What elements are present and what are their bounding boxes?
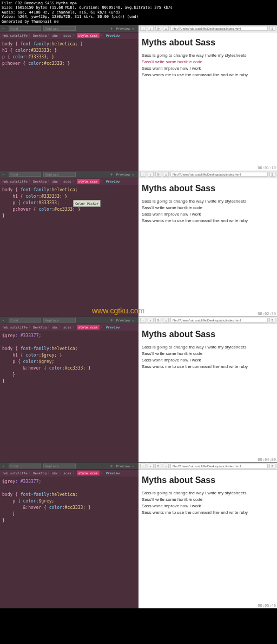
menu-button[interactable]: ≡ <box>269 172 275 177</box>
eye-icon[interactable]: 👁 <box>110 172 114 177</box>
back-button[interactable]: ‹ <box>140 26 146 31</box>
breadcrumb: rob.sutcliffe 〉 Desktop 〉 abc 〉 scss 〉 s… <box>0 32 138 39</box>
replace-input[interactable]: Replace <box>43 26 76 31</box>
thumbnail-4: ⌕ Find Replace 👁 Preview ✕ rob.sutcliffe… <box>0 462 277 608</box>
bc-file[interactable]: style.scss <box>77 33 100 38</box>
preview-label[interactable]: Preview <box>116 26 130 30</box>
close-icon[interactable]: ✕ <box>132 464 136 468</box>
myth-4[interactable]: Sass wants me to use the command line an… <box>142 72 274 77</box>
url-bar[interactable]: file:///Users/rob.sutcliffe/Desktop/abc/… <box>170 318 268 323</box>
bc-abc[interactable]: abc <box>52 33 58 37</box>
eye-icon[interactable]: 👁 <box>110 464 114 468</box>
page-title: Myths about Sass <box>142 475 274 485</box>
page-title: Myths about Sass <box>142 330 274 339</box>
code-area[interactable]: body { font-family:helvetica; h1 { color… <box>0 185 138 317</box>
find-input[interactable]: Find <box>9 318 41 323</box>
code-area[interactable]: $grey: #333377; body { font-family:helve… <box>0 477 138 608</box>
find-input[interactable]: Find <box>9 26 41 31</box>
thumbnail-2: ⌕ Find Replace 👁 Preview ✕ rob.sutcliffe… <box>0 171 277 317</box>
thumbnail-1: ⌕ Find Replace 👁 Preview ✕ rob.sutcliffe… <box>0 25 277 171</box>
thumbnail-3: ⌕ Find Replace 👁 Preview ✕ rob.sutcliffe… <box>0 317 277 462</box>
close-icon[interactable]: ✕ <box>132 26 136 31</box>
home-button[interactable]: ⌂ <box>163 172 169 177</box>
reload-button[interactable]: ⟳ <box>155 26 161 31</box>
forward-button[interactable]: › <box>148 464 154 468</box>
browser-toolbar: ‹ › ⟳ ⌂ file:///Users/rob.sutcliffe/Desk… <box>138 25 277 32</box>
color-picker-tooltip: Color Picker <box>73 200 101 207</box>
page-content: Myths about Sass Sass is going to change… <box>138 32 277 171</box>
browser-pane: ‹ › ⟳ ⌂ file:///Users/rob.sutcliffe/Desk… <box>138 25 277 171</box>
home-button[interactable]: ⌂ <box>163 318 169 323</box>
myth-1[interactable]: Sass is going to change the way I write … <box>142 53 274 58</box>
search-icon: ⌕ <box>2 464 6 468</box>
reload-button[interactable]: ⟳ <box>155 318 161 323</box>
bc-desktop[interactable]: Desktop <box>33 33 47 37</box>
home-button[interactable]: ⌂ <box>163 26 169 31</box>
replace-input[interactable]: Replace <box>43 464 76 468</box>
bc-scss[interactable]: scss <box>63 33 71 37</box>
page-title: Myths about Sass <box>142 38 274 48</box>
menu-button[interactable]: ≡ <box>269 464 275 468</box>
page-title: Myths about Sass <box>142 184 274 193</box>
close-icon[interactable]: ✕ <box>132 172 136 177</box>
code-area[interactable]: $grey: #333377; body { font-family:helve… <box>0 331 138 462</box>
url-bar[interactable]: file:///Users/rob.sutcliffe/Desktop/abc/… <box>170 172 268 177</box>
replace-input[interactable]: Replace <box>43 318 76 323</box>
timestamp: 00:01:19 <box>258 166 276 170</box>
find-input[interactable]: Find <box>9 464 41 468</box>
menu-button[interactable]: ≡ <box>269 26 275 31</box>
eye-icon[interactable]: 👁 <box>110 318 114 323</box>
bc-user[interactable]: rob.sutcliffe <box>2 33 28 37</box>
code-area[interactable]: body { font-family:helvetica; } h1 { col… <box>0 39 138 171</box>
back-button[interactable]: ‹ <box>140 172 146 177</box>
reload-button[interactable]: ⟳ <box>155 172 161 177</box>
search-icon: ⌕ <box>2 172 6 177</box>
replace-input[interactable]: Replace <box>43 172 76 177</box>
forward-button[interactable]: › <box>148 26 154 31</box>
eye-icon[interactable]: 👁 <box>110 26 114 31</box>
watermark: www.cgtku.com <box>92 306 144 315</box>
myth-3[interactable]: Sass won't improve how I work <box>142 66 274 71</box>
url-bar[interactable]: file:///Users/rob.sutcliffe/Desktop/abc/… <box>170 26 268 31</box>
ffprobe-meta: File: 002 Removing SASS Myths.mp4 Size: … <box>0 0 277 25</box>
close-icon[interactable]: ✕ <box>132 318 136 323</box>
search-icon: ⌕ <box>2 26 6 31</box>
forward-button[interactable]: › <box>148 172 154 177</box>
editor-toolbar: ⌕ Find Replace 👁 Preview ✕ <box>0 25 138 32</box>
reload-button[interactable]: ⟳ <box>155 464 161 468</box>
back-button[interactable]: ‹ <box>140 464 146 468</box>
search-icon: ⌕ <box>2 318 6 323</box>
home-button[interactable]: ⌂ <box>163 464 169 468</box>
bc-preview[interactable]: Preview <box>105 33 121 38</box>
editor-pane: ⌕ Find Replace 👁 Preview ✕ rob.sutcliffe… <box>0 25 138 171</box>
myth-2[interactable]: Sass'll write some horrible code <box>142 59 274 64</box>
url-bar[interactable]: file:///Users/rob.sutcliffe/Desktop/abc/… <box>170 464 268 468</box>
find-input[interactable]: Find <box>9 172 41 177</box>
back-button[interactable]: ‹ <box>140 318 146 323</box>
forward-button[interactable]: › <box>148 318 154 323</box>
menu-button[interactable]: ≡ <box>269 318 275 323</box>
